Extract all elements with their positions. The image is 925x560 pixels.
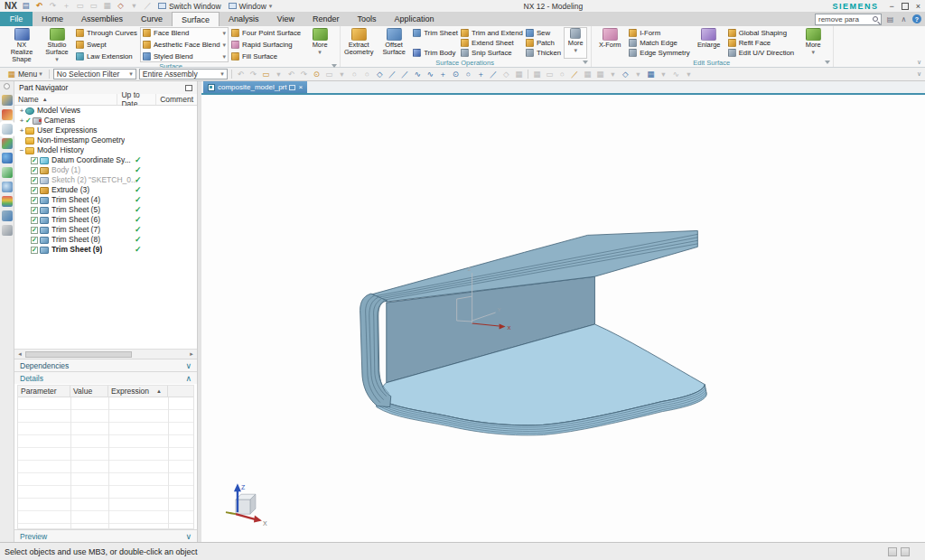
tree-row-trim-sheet-8[interactable]: Trim Sheet (8): [14, 235, 197, 245]
move-object-icon[interactable]: [532, 69, 542, 79]
details-col-expression[interactable]: Expression: [108, 386, 168, 397]
feature-checkbox[interactable]: [31, 157, 38, 164]
window-menu-button[interactable]: Window: [227, 2, 275, 11]
status-window-icon[interactable]: [901, 547, 910, 556]
history-icon[interactable]: [2, 182, 13, 192]
trim-sheet-button[interactable]: Trim Sheet: [413, 28, 458, 38]
line-snap-icon[interactable]: [388, 69, 397, 79]
rollback-icon[interactable]: [286, 69, 296, 79]
trim-body-button[interactable]: Trim Body: [413, 48, 458, 58]
assembly-navigator-icon[interactable]: [2, 95, 13, 106]
tangent-snap-icon[interactable]: [489, 69, 499, 79]
chevron-down-icon[interactable]: [223, 53, 227, 61]
part-navigator-icon[interactable]: [2, 124, 13, 135]
tree-row-datum-csys[interactable]: Datum Coordinate Sy...: [14, 155, 197, 165]
help-icon[interactable]: [912, 14, 921, 23]
details-col-parameter[interactable]: Parameter: [18, 386, 70, 397]
show-hide-icon[interactable]: [545, 69, 555, 79]
window-layout-icon[interactable]: [583, 69, 593, 79]
cut-icon[interactable]: [61, 2, 71, 11]
through-curves-button[interactable]: Through Curves: [76, 28, 137, 38]
qat-customize-icon[interactable]: [129, 2, 139, 11]
global-shaping-button[interactable]: Global Shaping: [728, 28, 795, 38]
tab-curve[interactable]: Curve: [132, 12, 172, 26]
minimize-button[interactable]: [889, 2, 893, 11]
column-header-name[interactable]: Name: [14, 94, 117, 105]
tab-file[interactable]: File: [0, 12, 33, 26]
chevron-down-icon[interactable]: [223, 42, 227, 49]
user-defaults-icon[interactable]: [116, 2, 126, 11]
edit-uv-direction-button[interactable]: Edit U/V Direction: [728, 48, 795, 58]
sew-button[interactable]: Sew: [526, 28, 561, 38]
feature-checkbox[interactable]: [31, 247, 38, 254]
search-icon[interactable]: [873, 16, 878, 22]
tree-row-trim-sheet-7[interactable]: Trim Sheet (7): [14, 225, 197, 235]
tree-row-model-views[interactable]: Model Views: [14, 106, 197, 116]
swept-button[interactable]: Swept: [76, 40, 137, 50]
selection-filter-combo[interactable]: No Selection Filter: [53, 69, 136, 79]
quadrant-snap-icon[interactable]: [463, 69, 473, 79]
process-studio-icon[interactable]: [2, 196, 13, 207]
preview-section[interactable]: Preview: [14, 529, 197, 542]
hd3d-tools-icon[interactable]: [2, 153, 13, 163]
feature-checkbox[interactable]: [31, 237, 38, 244]
tab-home[interactable]: Home: [33, 12, 72, 26]
view-layout-icon[interactable]: [595, 69, 605, 79]
delete-icon[interactable]: [102, 2, 112, 11]
tree-row-body[interactable]: Body (1): [14, 165, 197, 175]
face-snap-icon[interactable]: [501, 69, 511, 79]
resource-bar-options-icon[interactable]: [4, 83, 10, 89]
toolbar-options-chevron-icon[interactable]: [917, 70, 921, 78]
surface-more-button[interactable]: More: [304, 27, 336, 62]
feature-checkbox[interactable]: [31, 177, 38, 184]
search-input[interactable]: remove para: [818, 15, 871, 23]
group-dialog-launcher-icon[interactable]: [825, 61, 830, 64]
point-on-curve-icon[interactable]: [438, 69, 448, 79]
maximize-button[interactable]: [902, 3, 909, 10]
undock-panel-icon[interactable]: [185, 85, 192, 91]
tab-application[interactable]: Application: [386, 12, 444, 26]
tab-analysis[interactable]: Analysis: [220, 12, 268, 26]
snap-point-icon[interactable]: [312, 69, 322, 79]
ribbon-options-chevron-icon[interactable]: [917, 59, 921, 66]
extend-sheet-button[interactable]: Extend Sheet: [461, 38, 523, 48]
status-clip-icon[interactable]: [888, 547, 897, 556]
column-header-up-to-date[interactable]: Up to Date: [117, 94, 156, 105]
tree-row-cameras[interactable]: Cameras: [14, 116, 197, 126]
rendering-style-icon[interactable]: [621, 69, 631, 79]
column-header-comment[interactable]: Comment: [156, 94, 197, 105]
previous-selection-icon[interactable]: [236, 69, 246, 79]
edit-surface-more-button[interactable]: More: [797, 27, 829, 59]
tree-row-sketch[interactable]: Sketch (2) "SKETCH_0...: [14, 175, 197, 185]
tab-render[interactable]: Render: [304, 12, 349, 26]
match-edge-button[interactable]: Match Edge: [629, 38, 689, 48]
rotate-view-icon[interactable]: [557, 69, 567, 79]
edge-symmetry-button[interactable]: Edge Symmetry: [629, 48, 689, 58]
details-section[interactable]: Details: [14, 371, 197, 384]
command-finder-icon[interactable]: [885, 14, 895, 24]
chevron-down-icon[interactable]: [659, 69, 668, 79]
tree-row-trim-sheet-4[interactable]: Trim Sheet (4): [14, 195, 197, 205]
restore-window-icon[interactable]: [289, 85, 295, 90]
graphics-viewport[interactable]: Z Y X Z X: [201, 97, 925, 542]
horizontal-scrollbar[interactable]: [14, 349, 197, 359]
recall-selection-icon[interactable]: [248, 69, 258, 79]
snap-region-icon[interactable]: [324, 69, 334, 79]
dependencies-section[interactable]: Dependencies: [14, 359, 197, 371]
thicken-button[interactable]: Thicken: [526, 48, 561, 58]
tab-surface[interactable]: Surface: [172, 12, 220, 26]
expand-icon[interactable]: [18, 117, 25, 125]
surface-operations-more-button[interactable]: More: [564, 27, 587, 59]
chevron-down-icon[interactable]: [608, 69, 618, 79]
i-form-button[interactable]: I-Form: [629, 28, 689, 38]
web-browser-icon[interactable]: [2, 167, 13, 178]
tree-row-trim-sheet-6[interactable]: Trim Sheet (6): [14, 215, 197, 225]
rapid-surfacing-button[interactable]: Rapid Surfacing: [231, 40, 301, 50]
selection-scope-combo[interactable]: Entire Assembly: [139, 69, 228, 79]
tab-tools[interactable]: Tools: [348, 12, 385, 26]
touch-mode-icon[interactable]: [143, 2, 153, 11]
effects-icon[interactable]: [671, 69, 681, 79]
roles-icon[interactable]: [2, 225, 13, 236]
details-col-value[interactable]: Value: [70, 386, 108, 397]
endpoint-snap-icon[interactable]: [350, 69, 360, 79]
